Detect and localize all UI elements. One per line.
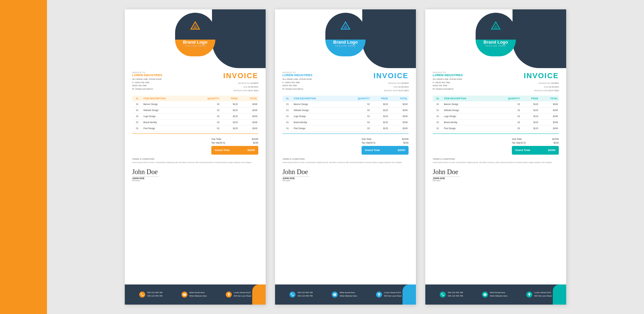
- grand-total-value: $2000: [248, 149, 255, 152]
- invoice-table-section: SL ITEM DESCRIPTION QUANTITY PRIZE TOTAL…: [125, 92, 266, 132]
- signature-section: John Doe JOHN DOE Manager: [425, 164, 566, 182]
- invoice-meta: INVOICE NO #123678 DUE 02.08.2023 INVOIC…: [223, 82, 258, 92]
- table-cell: 02: [492, 113, 521, 119]
- table-cell: Brand Identity: [142, 119, 192, 125]
- table-cell: $123: [220, 107, 238, 113]
- table-cell: $123: [220, 119, 238, 125]
- company-name: LOREM INDUSTRIES: [132, 73, 162, 77]
- footer-address-text: Lorem Street 0124,000 Set Lane Road: [534, 291, 552, 298]
- tax-row: Tax Vat(34.5) $234: [512, 141, 559, 145]
- table-cell: 02: [192, 125, 220, 132]
- table-cell: 01: [282, 113, 292, 119]
- terms-left: TERMS & CONDITIONS Lorem ipsum dolor sit…: [132, 158, 258, 164]
- brand-name: Brand Logo: [484, 40, 508, 45]
- table-row: 01Brand Identity02$123$248: [282, 119, 409, 125]
- email-icon: [332, 292, 338, 298]
- footer-address: Lorem Street 0124,000 Set Lane Road: [376, 291, 401, 298]
- tax-row: Tax Vat(34.5) $234: [362, 141, 409, 145]
- table-header-4: TOTAL: [389, 96, 409, 101]
- brand-tagline: TAGLINE HERE: [333, 45, 358, 47]
- table-row: 01Website Design02$123$246: [282, 107, 409, 113]
- subtotal-value: $2345: [552, 138, 559, 140]
- invoice-table-section: SL ITEM DESCRIPTION QUANTITY PRIZE TOTAL…: [275, 92, 416, 132]
- table-cell: $248: [539, 119, 559, 125]
- invoice-title: INVOICE: [374, 71, 409, 80]
- subtotal-row: Sub Total $2345: [211, 137, 258, 141]
- location-icon: [526, 292, 532, 298]
- table-cell: $123: [371, 101, 389, 107]
- table-cell: Post Design: [142, 125, 192, 132]
- invoice-footer: 000 123 456 789000 123 456 789 Write Ema…: [275, 284, 416, 305]
- table-row: 01Brand Identity02$123$248: [132, 119, 258, 125]
- table-header-1: ITEM DESCRIPTION: [292, 96, 342, 101]
- table-cell: 02: [492, 107, 521, 113]
- table-cell: $123: [371, 125, 389, 132]
- table-cell: $246: [239, 101, 258, 107]
- footer-accent-bar: [402, 284, 416, 305]
- invoice-title: INVOICE: [223, 71, 258, 80]
- terms-title: TERMS & CONDITIONS: [132, 158, 258, 160]
- brand-tagline: TAGLINE HERE: [484, 45, 508, 47]
- footer-accent-bar: [553, 284, 566, 305]
- logo-dark-top: [325, 13, 366, 40]
- table-cell: Brand Identity: [443, 119, 492, 125]
- invoice-table-section: SL ITEM DESCRIPTION QUANTITY PRIZE TOTAL…: [425, 92, 566, 132]
- table-row: 01Post Design02$123$246: [282, 125, 409, 132]
- tax-label: Tax Vat(34.5): [512, 142, 526, 144]
- table-divider: [433, 134, 559, 134]
- terms-title: TERMS & CONDITIONS: [433, 158, 559, 160]
- footer-phone-text: 000 123 456 789000 123 456 789: [298, 291, 313, 298]
- table-cell: $246: [539, 113, 559, 119]
- totals-section: Sub Total $2345 Tax Vat(34.5) $234 Grand…: [425, 135, 566, 155]
- table-row: 01Post Design02$123$246: [433, 125, 559, 132]
- table-cell: 01: [433, 113, 443, 119]
- table-cell: 01: [282, 101, 292, 107]
- table-cell: 02: [492, 125, 521, 132]
- terms-text: Lorem ipsum dolor sit amet, consectetuer…: [132, 161, 258, 164]
- table-cell: 02: [492, 119, 521, 125]
- table-row: 01Post Design02$123$246: [132, 125, 258, 132]
- table-cell: $123: [371, 107, 389, 113]
- table-header-4: TOTAL: [239, 96, 258, 101]
- subtotal-row: Sub Total $2345: [512, 137, 559, 141]
- invoice-header: Brand Logo TAGLINE HERE: [425, 9, 566, 68]
- table-cell: $246: [239, 113, 258, 119]
- table-cell: Website Design: [142, 107, 192, 113]
- table-row: 01Banner Design02$123$248: [433, 101, 559, 107]
- invoice-title: INVOICE: [524, 71, 559, 80]
- totals-section: Sub Total $2345 Tax Vat(34.5) $234 Grand…: [125, 135, 266, 155]
- terms-left: TERMS & CONDITIONS Lorem ipsum dolor sit…: [433, 158, 559, 164]
- company-name: LOREM INDUSTRIES: [433, 73, 463, 77]
- table-row: 01Logo Design02$123$246: [282, 113, 409, 119]
- footer-email-text: Write Email HereWrite Website Here: [490, 291, 507, 298]
- table-cell: Banner Design: [292, 101, 342, 107]
- table-cell: 02: [342, 113, 371, 119]
- footer-accent-bar: [252, 284, 266, 305]
- signature-role: Manager: [282, 179, 409, 181]
- grand-total-button: Grand Total $2000: [512, 146, 559, 155]
- footer-address-text: Lorem Street 0124,000 Set Lane Road: [384, 291, 401, 298]
- subtotal-value: $2345: [402, 138, 409, 140]
- tax-label: Tax Vat(34.5): [211, 142, 225, 144]
- table-cell: $246: [239, 107, 258, 113]
- table-header-2: QUANTITY: [192, 96, 220, 101]
- email-icon: [181, 292, 187, 298]
- invoice-table: SL ITEM DESCRIPTION QUANTITY PRIZE TOTAL…: [433, 96, 559, 132]
- table-row: 01Brand Identity02$123$248: [433, 119, 559, 125]
- footer-email-text: Write Email HereWrite Website Here: [190, 291, 207, 298]
- invoice-table: SL ITEM DESCRIPTION QUANTITY PRIZE TOTAL…: [282, 96, 409, 132]
- table-cell: 01: [433, 107, 443, 113]
- table-header-3: PRIZE: [371, 96, 389, 101]
- signature-section: John Doe JOHN DOE Manager: [125, 164, 266, 182]
- table-cell: $123: [220, 125, 238, 132]
- table-header-3: PRIZE: [521, 96, 539, 101]
- table-cell: 01: [132, 119, 142, 125]
- table-cell: 02: [342, 107, 371, 113]
- table-cell: $123: [521, 125, 539, 132]
- table-cell: $123: [521, 107, 539, 113]
- signature-role: Manager: [132, 179, 258, 181]
- signature-script: John Doe: [282, 168, 409, 176]
- table-cell: Banner Design: [443, 101, 492, 107]
- table-cell: 01: [433, 125, 443, 132]
- table-cell: 02: [192, 107, 220, 113]
